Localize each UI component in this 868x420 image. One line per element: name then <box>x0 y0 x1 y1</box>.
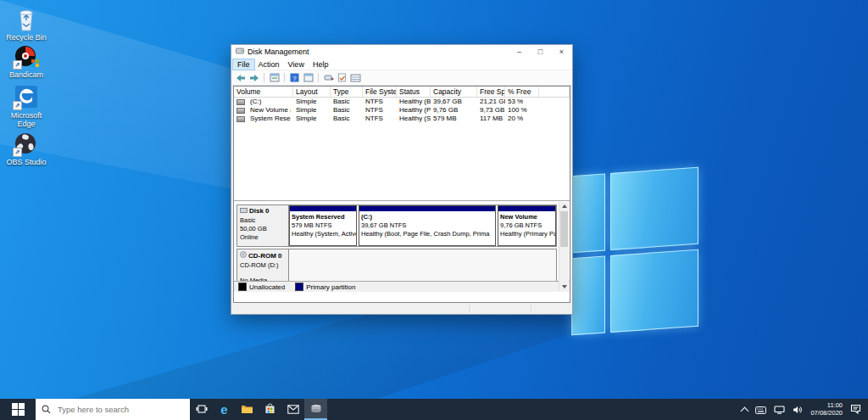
toolbar-separator <box>284 73 285 82</box>
primary-partition-stripe <box>359 206 495 212</box>
console-tree-icon[interactable] <box>269 73 280 83</box>
statusbar-separator <box>531 305 531 312</box>
scroll-down-icon[interactable] <box>559 283 569 291</box>
console-content: Volume Layout Type File System Status Ca… <box>233 86 570 303</box>
maximize-button[interactable]: □ <box>530 45 551 59</box>
disk-0-row: Disk 0 Basic 50,00 GB Online System Rese… <box>236 204 557 247</box>
windows-logo <box>571 167 698 335</box>
volume-speaker-icon[interactable] <box>793 402 803 417</box>
desktop-icon-label: Bandicam <box>2 71 51 80</box>
column-header-file-system[interactable]: File System <box>363 87 397 97</box>
scroll-up-icon[interactable] <box>559 202 569 210</box>
clock-date: 07/08/2020 <box>810 410 843 417</box>
network-icon[interactable] <box>774 402 785 417</box>
action-center-icon[interactable] <box>850 402 861 417</box>
disk-0-header[interactable]: Disk 0 Basic 50,00 GB Online <box>237 205 289 246</box>
column-header-filler <box>539 87 570 97</box>
taskbar: e <box>0 399 868 420</box>
taskbar-edge-button[interactable]: e <box>213 399 236 420</box>
volume-icon <box>236 99 245 105</box>
column-header-type[interactable]: Type <box>331 87 363 97</box>
action-menu-icon[interactable] <box>323 73 334 83</box>
windows-logo-pane <box>610 167 698 250</box>
menu-help[interactable]: Help <box>309 59 333 70</box>
windows-logo-pane <box>571 255 605 335</box>
windows-start-icon <box>12 403 25 416</box>
desktop-icon-label: Recycle Bin <box>2 34 51 42</box>
partition-system-reserved[interactable]: System Reserved 579 MB NTFS Healthy (Sys… <box>289 205 357 246</box>
check-document-icon[interactable] <box>337 73 348 83</box>
volume-row-c[interactable]: (C:) Simple Basic NTFS Healthy (B... 39,… <box>234 98 570 106</box>
task-view-button[interactable] <box>190 399 213 420</box>
status-bar <box>231 304 572 314</box>
shortcut-arrow-icon: ↗ <box>13 148 22 157</box>
start-button[interactable] <box>0 399 36 420</box>
legend-bar: Unallocated Primary partition <box>234 281 570 292</box>
minimize-button[interactable]: – <box>509 45 530 59</box>
help-icon[interactable]: ? <box>289 73 300 83</box>
column-header-layout[interactable]: Layout <box>293 87 331 97</box>
toolbar: ? <box>231 70 572 86</box>
column-header-free-space[interactable]: Free Spa... <box>477 87 505 97</box>
column-header-capacity[interactable]: Capacity <box>431 87 477 97</box>
search-input[interactable] <box>56 404 161 415</box>
desktop-icon-obs-studio[interactable]: ↗ OBS Studio <box>2 132 51 167</box>
column-header-pct-free[interactable]: % Free <box>505 87 539 97</box>
console-window-icon[interactable] <box>303 73 314 83</box>
search-icon <box>42 402 51 417</box>
menu-file[interactable]: File <box>233 59 254 70</box>
menu-bar: File Action View Help <box>231 59 572 70</box>
svg-text:?: ? <box>292 75 297 82</box>
column-header-status[interactable]: Status <box>397 87 431 97</box>
primary-partition-swatch <box>295 283 303 291</box>
disk-management-window: Disk Management – □ × File Action View H… <box>231 44 573 315</box>
primary-partition-label: Primary partition <box>306 283 355 291</box>
title-bar[interactable]: Disk Management – □ × <box>231 45 572 59</box>
taskbar-clock[interactable]: 11:00 07/08/2020 <box>810 402 843 417</box>
vertical-scrollbar[interactable] <box>559 202 569 291</box>
taskbar-file-explorer-button[interactable] <box>236 399 259 420</box>
volume-row-system-reserved[interactable]: System Reserved Simple Basic NTFS Health… <box>234 115 570 123</box>
volume-list: Volume Layout Type File System Status Ca… <box>234 87 570 123</box>
back-icon[interactable] <box>235 73 246 83</box>
disk-0-size: 50,00 GB <box>240 225 286 233</box>
close-button[interactable]: × <box>551 45 572 59</box>
column-header-volume[interactable]: Volume <box>234 87 293 97</box>
hidden-icons-chevron-icon[interactable] <box>741 406 749 415</box>
cdrom-0-letter: CD-ROM (D:) <box>240 261 286 270</box>
desktop-icon-recycle-bin[interactable]: Recycle Bin <box>2 7 51 42</box>
desktop-icon-bandicam[interactable]: ↗ Bandicam <box>2 44 51 80</box>
menu-action[interactable]: Action <box>254 59 284 70</box>
window-title: Disk Management <box>248 48 309 56</box>
taskbar-store-button[interactable] <box>259 399 281 420</box>
details-view-icon[interactable] <box>350 73 361 83</box>
unallocated-swatch <box>238 283 247 291</box>
desktop-icon-microsoft-edge[interactable]: ↗ Microsoft Edge <box>2 85 51 129</box>
taskbar-disk-management-button[interactable] <box>304 399 327 420</box>
forward-icon[interactable] <box>248 73 259 83</box>
desktop-icon-label: Microsoft Edge <box>2 112 51 129</box>
volume-icon <box>236 116 245 122</box>
edge-icon: e <box>220 403 227 416</box>
graphical-view: Disk 0 Basic 50,00 GB Online System Rese… <box>234 201 570 292</box>
cd-rom-icon <box>240 251 247 261</box>
toolbar-separator <box>318 73 319 82</box>
taskbar-search[interactable] <box>36 399 190 420</box>
windows-logo-pane <box>571 173 605 253</box>
scrollbar-thumb[interactable] <box>560 211 568 247</box>
taskbar-mail-button[interactable] <box>281 399 304 420</box>
disk-icon <box>240 207 248 216</box>
volume-list-header: Volume Layout Type File System Status Ca… <box>234 87 570 98</box>
volume-row-new-volume-e[interactable]: New Volume (E:) Simple Basic NTFS Health… <box>234 106 570 115</box>
file-explorer-icon <box>241 402 253 417</box>
desktop-icon-label: OBS Studio <box>2 159 51 167</box>
tray-keyboard-icon[interactable] <box>755 402 766 417</box>
recycle-bin-icon <box>13 25 40 34</box>
partition-new-volume[interactable]: New Volume 9,76 GB NTFS Healthy (Primary… <box>498 205 556 246</box>
disk-management-icon <box>310 402 322 417</box>
toolbar-separator <box>264 73 264 82</box>
system-tray: 11:00 07/08/2020 <box>742 399 868 420</box>
unallocated-label: Unallocated <box>249 283 285 291</box>
partition-c[interactable]: (C:) 39,67 GB NTFS Healthy (Boot, Page F… <box>359 205 496 246</box>
menu-view[interactable]: View <box>284 59 309 70</box>
